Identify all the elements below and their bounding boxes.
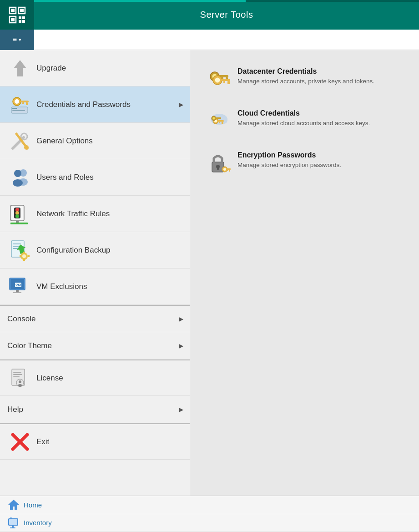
app-title: Server Tools: [34, 10, 419, 20]
svg-rect-69: [227, 81, 230, 84]
menu-item-vmexclusions[interactable]: VM VM Exclusions: [0, 269, 190, 305]
menu-item-console[interactable]: Console: [0, 305, 190, 332]
submenu-cloud[interactable]: Cloud Credentials Manage stored cloud ac…: [201, 101, 408, 141]
svg-text:VM: VM: [15, 283, 21, 287]
menu-item-general[interactable]: General Options: [0, 123, 190, 159]
menu-item-console-label: Console: [7, 314, 35, 324]
svg-rect-92: [9, 519, 17, 525]
svg-point-58: [18, 384, 22, 387]
bottom-nav-inventory[interactable]: Inventory: [0, 514, 419, 532]
svg-rect-13: [20, 101, 29, 102]
menu-item-exit[interactable]: Exit: [0, 423, 190, 460]
svg-rect-78: [219, 122, 220, 124]
svg-rect-76: [217, 120, 224, 122]
svg-point-22: [24, 145, 29, 150]
svg-rect-53: [13, 372, 21, 373]
submenu-datacenter[interactable]: Datacenter Credentials Manage stored acc…: [201, 59, 408, 99]
datacenter-text: Datacenter Credentials Manage stored acc…: [237, 66, 374, 86]
svg-point-41: [22, 254, 26, 258]
svg-rect-42: [23, 252, 25, 253]
svg-rect-3: [20, 9, 24, 12]
progress-bar: [34, 0, 419, 2]
main-container: Upgrade Credentials and Pas: [0, 50, 419, 496]
hamburger-button[interactable]: ≡ ▾: [0, 30, 34, 50]
cloud-key-icon: [207, 108, 232, 134]
svg-rect-33: [16, 221, 19, 223]
svg-rect-68: [221, 79, 230, 81]
menu-item-license-label: License: [36, 374, 63, 383]
menu-item-network[interactable]: Network Traffic Rules: [0, 196, 190, 232]
vmexclusions-icon: VM: [7, 274, 33, 299]
cloud-title: Cloud Credentials: [237, 109, 370, 117]
bottom-nav: Home Inventory: [0, 496, 419, 532]
svg-rect-6: [19, 16, 21, 19]
menu-item-general-label: General Options: [36, 137, 93, 146]
svg-rect-17: [12, 108, 17, 109]
svg-point-32: [15, 214, 19, 218]
datacenter-key-icon: [207, 66, 232, 92]
svg-point-57: [19, 380, 21, 383]
dropdown-arrow: ▾: [19, 37, 21, 43]
svg-rect-77: [222, 122, 223, 124]
menu-item-backup-label: Configuration Backup: [36, 246, 111, 255]
svg-rect-84: [217, 167, 219, 170]
svg-rect-1: [11, 9, 15, 12]
svg-rect-9: [22, 20, 25, 23]
menu-item-help-label: Help: [7, 405, 23, 414]
exit-icon: [7, 429, 33, 455]
svg-point-25: [14, 170, 21, 177]
menu-item-exit-label: Exit: [36, 437, 49, 446]
menu-item-users[interactable]: Users and Roles: [0, 159, 190, 196]
svg-rect-81: [216, 117, 221, 119]
menu-item-vmexclusions-label: VM Exclusions: [36, 282, 87, 291]
encryption-text: Encryption Passwords Manage stored encry…: [237, 150, 341, 170]
hamburger-icon: ≡: [13, 35, 17, 44]
menu-item-colortheme[interactable]: Color Theme: [0, 332, 190, 360]
tools-icon: [7, 128, 33, 154]
encryption-title: Encryption Passwords: [237, 151, 341, 159]
menu-item-help[interactable]: Help: [0, 396, 190, 423]
svg-point-30: [15, 208, 19, 212]
svg-marker-90: [8, 500, 19, 510]
svg-rect-89: [227, 170, 228, 171]
svg-rect-50: [16, 290, 19, 292]
svg-point-31: [15, 211, 19, 215]
upgrade-icon: [7, 56, 33, 81]
datacenter-desc: Manage stored accounts, private keys and…: [237, 77, 374, 86]
home-icon: [7, 498, 20, 511]
svg-rect-94: [10, 527, 15, 528]
menu-item-users-label: Users and Roles: [36, 173, 94, 182]
inventory-icon: [7, 517, 20, 529]
bottom-nav-home[interactable]: Home: [0, 496, 419, 514]
menu-item-credentials[interactable]: Credentials and Passwords: [0, 86, 190, 123]
submenu-encryption[interactable]: Encryption Passwords Manage stored encry…: [201, 143, 408, 183]
svg-point-80: [213, 117, 215, 120]
svg-point-26: [13, 179, 23, 187]
svg-rect-14: [26, 102, 28, 105]
svg-rect-43: [23, 259, 25, 261]
svg-rect-44: [20, 255, 21, 257]
menu-item-colortheme-label: Color Theme: [7, 341, 52, 350]
menu-item-license[interactable]: License: [0, 360, 190, 396]
svg-rect-7: [22, 16, 25, 19]
svg-rect-54: [13, 374, 22, 375]
license-icon: [7, 365, 33, 391]
home-label: Home: [24, 501, 42, 509]
cloud-text: Cloud Credentials Manage stored cloud ac…: [237, 108, 370, 128]
progress-bar-fill: [34, 0, 246, 2]
users-icon: [7, 165, 33, 190]
svg-rect-70: [223, 81, 225, 83]
svg-rect-5: [11, 18, 15, 21]
lock-key-icon: [207, 150, 232, 176]
svg-rect-55: [13, 376, 20, 377]
cloud-desc: Manage stored cloud accounts and access …: [237, 119, 370, 128]
menu-item-backup[interactable]: Configuration Backup: [0, 232, 190, 269]
svg-rect-34: [10, 223, 28, 224]
inventory-label: Inventory: [24, 519, 52, 527]
menu-item-upgrade[interactable]: Upgrade: [0, 50, 190, 86]
svg-rect-45: [28, 255, 30, 257]
app-logo: [0, 0, 34, 30]
svg-point-67: [215, 78, 220, 83]
menu-bar: ≡ ▾: [0, 30, 419, 50]
svg-marker-10: [14, 60, 26, 76]
